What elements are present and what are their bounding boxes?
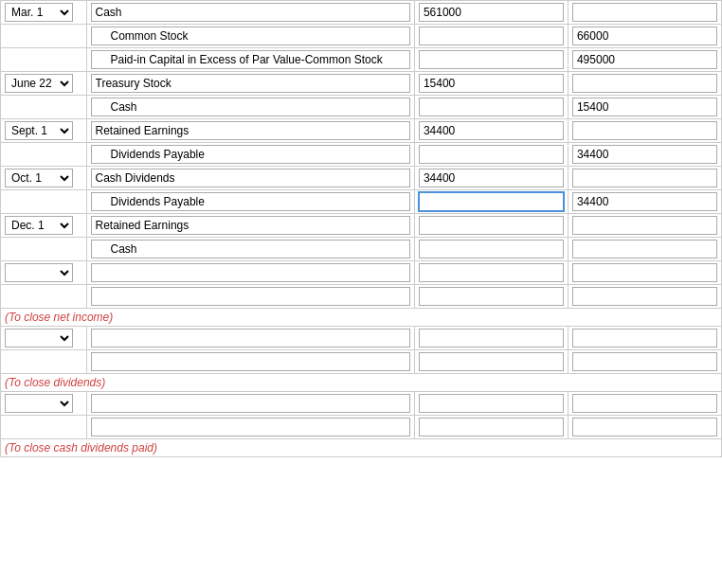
closing-label: (To close cash dividends paid) <box>1 439 722 457</box>
credit-input[interactable] <box>572 169 717 187</box>
credit-input[interactable] <box>572 74 717 93</box>
debit-input[interactable] <box>419 121 564 140</box>
debit-input[interactable] <box>419 74 564 93</box>
account-input[interactable] <box>91 121 410 140</box>
account-input[interactable] <box>91 145 410 164</box>
account-input[interactable] <box>91 287 410 306</box>
debit-input[interactable] <box>419 192 564 211</box>
debit-input[interactable] <box>419 352 564 371</box>
debit-input[interactable] <box>419 3 564 22</box>
account-input[interactable] <box>91 169 410 187</box>
table-row <box>1 285 722 309</box>
debit-input[interactable] <box>419 27 564 45</box>
account-input[interactable] <box>91 352 410 371</box>
label-row: (To close dividends) <box>1 374 722 392</box>
account-input[interactable] <box>91 74 410 93</box>
label-row: (To close cash dividends paid) <box>1 439 722 457</box>
credit-input[interactable] <box>572 394 717 413</box>
debit-input[interactable] <box>419 394 564 413</box>
journal-table: Mar. 1June 22Sept. 1Oct. 1Dec. 1Mar. 1Ju… <box>0 0 722 457</box>
debit-input[interactable] <box>419 329 564 347</box>
table-row: Mar. 1June 22Sept. 1Oct. 1Dec. 1 <box>1 261 722 285</box>
table-row: Mar. 1June 22Sept. 1Oct. 1Dec. 1 <box>1 214 722 238</box>
table-row <box>1 48 722 72</box>
table-row: Mar. 1June 22Sept. 1Oct. 1Dec. 1 <box>1 72 722 96</box>
table-row <box>1 190 722 214</box>
credit-input[interactable] <box>572 192 717 211</box>
debit-input[interactable] <box>419 145 564 164</box>
credit-input[interactable] <box>572 216 717 235</box>
account-input[interactable] <box>91 27 410 45</box>
credit-input[interactable] <box>572 121 717 140</box>
debit-input[interactable] <box>419 98 564 116</box>
account-input[interactable] <box>91 394 410 413</box>
debit-input[interactable] <box>419 418 564 437</box>
debit-input[interactable] <box>419 240 564 258</box>
account-input[interactable] <box>91 192 410 211</box>
date-select[interactable]: Mar. 1June 22Sept. 1Oct. 1Dec. 1 <box>5 216 73 235</box>
table-row: Mar. 1June 22Sept. 1Oct. 1Dec. 1 <box>1 392 722 416</box>
closing-label: (To close dividends) <box>1 374 722 392</box>
table-row: Mar. 1June 22Sept. 1Oct. 1Dec. 1 <box>1 119 722 143</box>
debit-input[interactable] <box>419 263 564 282</box>
credit-input[interactable] <box>572 240 717 258</box>
debit-input[interactable] <box>419 216 564 235</box>
account-input[interactable] <box>91 418 410 437</box>
account-input[interactable] <box>91 98 410 116</box>
table-row <box>1 416 722 439</box>
credit-input[interactable] <box>572 287 717 306</box>
credit-input[interactable] <box>572 145 717 164</box>
credit-input[interactable] <box>572 352 717 371</box>
date-select[interactable]: Mar. 1June 22Sept. 1Oct. 1Dec. 1 <box>5 3 73 22</box>
credit-input[interactable] <box>572 98 717 116</box>
table-row <box>1 96 722 119</box>
table-row <box>1 25 722 48</box>
account-input[interactable] <box>91 263 410 282</box>
table-row: Mar. 1June 22Sept. 1Oct. 1Dec. 1 <box>1 1 722 25</box>
account-input[interactable] <box>91 50 410 69</box>
table-row <box>1 238 722 261</box>
date-select[interactable]: Mar. 1June 22Sept. 1Oct. 1Dec. 1 <box>5 121 73 140</box>
account-input[interactable] <box>91 329 410 347</box>
label-row: (To close net income) <box>1 309 722 327</box>
credit-input[interactable] <box>572 418 717 437</box>
table-row: Mar. 1June 22Sept. 1Oct. 1Dec. 1 <box>1 167 722 190</box>
date-select[interactable]: Mar. 1June 22Sept. 1Oct. 1Dec. 1 <box>5 169 73 187</box>
debit-input[interactable] <box>419 287 564 306</box>
date-select[interactable]: Mar. 1June 22Sept. 1Oct. 1Dec. 1 <box>5 74 73 93</box>
table-row: Mar. 1June 22Sept. 1Oct. 1Dec. 1 <box>1 327 722 350</box>
account-input[interactable] <box>91 240 410 258</box>
date-select[interactable]: Mar. 1June 22Sept. 1Oct. 1Dec. 1 <box>5 394 73 413</box>
debit-input[interactable] <box>419 50 564 69</box>
credit-input[interactable] <box>572 50 717 69</box>
credit-input[interactable] <box>572 3 717 22</box>
account-input[interactable] <box>91 3 410 22</box>
table-row <box>1 350 722 374</box>
date-select[interactable]: Mar. 1June 22Sept. 1Oct. 1Dec. 1 <box>5 329 73 347</box>
debit-input[interactable] <box>419 169 564 187</box>
credit-input[interactable] <box>572 263 717 282</box>
date-select[interactable]: Mar. 1June 22Sept. 1Oct. 1Dec. 1 <box>5 263 73 282</box>
account-input[interactable] <box>91 216 410 235</box>
closing-label: (To close net income) <box>1 309 722 327</box>
credit-input[interactable] <box>572 27 717 45</box>
credit-input[interactable] <box>572 329 717 347</box>
table-row <box>1 143 722 167</box>
